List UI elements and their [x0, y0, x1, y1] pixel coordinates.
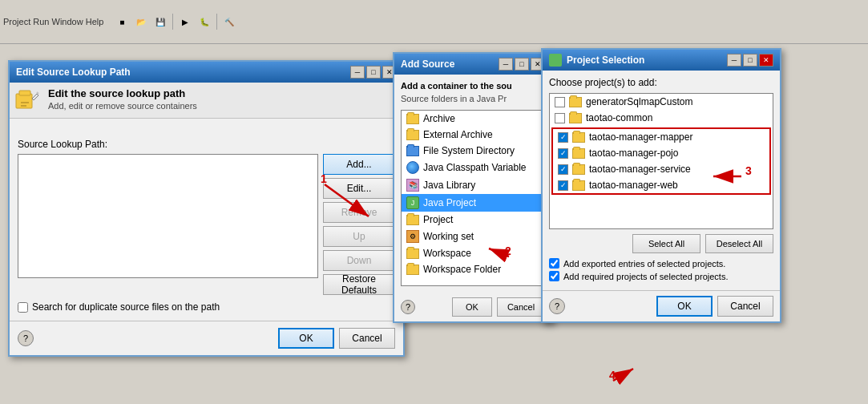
manager-service-checkbox[interactable]: ✓ [558, 164, 568, 175]
java-project-icon: J [406, 196, 419, 209]
source-item-external-archive[interactable]: External Archive [402, 127, 544, 143]
working-set-label: Working set [423, 231, 474, 242]
add-button[interactable]: Add... [323, 154, 395, 175]
remove-button[interactable]: Remove [323, 202, 395, 223]
toolbar-debug[interactable]: 🐛 [196, 13, 213, 30]
up-button[interactable]: Up [323, 226, 395, 247]
separator [172, 14, 173, 30]
workspace-folder-label: Workspace Folder [423, 264, 501, 275]
source-item-workspace-folder[interactable]: Workspace Folder [402, 261, 544, 277]
add-source-ok-button[interactable]: OK [452, 297, 492, 317]
add-exported-checkbox[interactable] [549, 258, 559, 269]
project-minimize-btn[interactable]: ─ [727, 54, 741, 67]
manager-mapper-checkbox[interactable]: ✓ [558, 132, 568, 143]
generator-label: generatorSqlmapCustom [586, 96, 692, 107]
source-item-java-library[interactable]: 📚 Java Library [402, 176, 544, 194]
add-source-list[interactable]: Archive External Archive File System Dir… [401, 110, 545, 286]
source-item-working-set[interactable]: ⚙ Working set [402, 228, 544, 245]
edit-source-cancel-button[interactable]: Cancel [339, 328, 395, 349]
add-source-maximize[interactable]: □ [515, 58, 529, 71]
maximize-btn[interactable]: □ [366, 66, 381, 79]
titlebar-controls: ─ □ ✕ [350, 66, 397, 79]
project-item-manager-mapper[interactable]: ✓ taotao-manager-mapper [553, 129, 769, 145]
edit-source-titlebar: Edit Source Lookup Path ─ □ ✕ [10, 62, 403, 83]
toolbar-run[interactable]: ▶ [176, 13, 194, 30]
add-source-sub: Source folders in a Java Pr [401, 94, 545, 103]
add-source-titlebar: Add Source ─ □ ✕ [394, 54, 551, 75]
project-item-taotao-common[interactable]: taotao-common [550, 110, 773, 126]
source-item-project[interactable]: Project [402, 212, 544, 228]
svg-rect-3 [21, 105, 26, 107]
highlighted-projects-group: ✓ taotao-manager-mapper ✓ taotao-manager… [551, 127, 771, 195]
project-body: Choose project(s) to add: generatorSqlma… [543, 71, 780, 290]
edit-source-ok-button[interactable]: OK [278, 328, 334, 349]
project-selection-controls: ─ □ ✕ [727, 54, 773, 67]
manager-pojo-checkbox[interactable]: ✓ [558, 148, 568, 159]
source-lookup-container: Add... Edit... Remove Up Down Restore De… [18, 154, 395, 295]
source-item-archive[interactable]: Archive [402, 111, 544, 127]
source-item-java-project[interactable]: J Java Project [402, 194, 544, 212]
project-maximize-btn[interactable]: □ [743, 54, 757, 67]
project-list[interactable]: generatorSqlmapCustom taotao-common ✓ ta… [549, 93, 773, 229]
svg-rect-2 [21, 102, 29, 103]
java-library-label: Java Library [423, 180, 475, 191]
add-exported-label: Add exported entries of selected project… [563, 259, 725, 269]
edit-source-dialog: Edit Source Lookup Path ─ □ ✕ Edit the [8, 60, 405, 357]
restore-button[interactable]: Restore Defaults [323, 274, 395, 295]
manager-mapper-icon [572, 132, 585, 143]
edit-source-heading: Edit the source lookup path [48, 87, 197, 99]
toolbar-build[interactable]: 🔨 [220, 13, 238, 30]
minimize-btn[interactable]: ─ [350, 66, 365, 79]
project-item-manager-service[interactable]: ✓ taotao-manager-service [553, 161, 769, 177]
manager-pojo-label: taotao-manager-pojo [589, 147, 678, 159]
search-duplicate-row: Search for duplicate source files on the… [18, 301, 395, 313]
search-duplicate-checkbox[interactable] [18, 302, 28, 313]
source-buttons: Add... Edit... Remove Up Down Restore De… [323, 154, 395, 295]
manager-service-icon [572, 164, 585, 175]
help-button[interactable]: ? [18, 330, 34, 346]
external-archive-label: External Archive [423, 129, 493, 140]
project-selection-titlebar: Project Selection ─ □ ✕ [543, 50, 780, 71]
project-cancel-button[interactable]: Cancel [717, 296, 773, 317]
taotao-common-label: taotao-common [586, 112, 652, 123]
add-source-minimize[interactable]: ─ [499, 58, 513, 71]
add-source-desc: Add a container to the sou [401, 81, 545, 91]
add-source-help-btn[interactable]: ? [401, 300, 415, 314]
edit-source-icon [14, 87, 40, 113]
edit-source-header: Edit the source lookup path Add, edit or… [10, 83, 403, 119]
select-all-button[interactable]: Select All [632, 234, 700, 253]
edit-source-header-text: Edit the source lookup path Add, edit or… [48, 87, 197, 111]
manager-web-checkbox[interactable]: ✓ [558, 180, 568, 191]
source-item-file-system[interactable]: File System Directory [402, 143, 544, 159]
toolbar-open[interactable]: 📂 [132, 13, 150, 30]
step-4-label: 4 [609, 369, 616, 382]
source-item-classpath-var[interactable]: Java Classpath Variable [402, 159, 544, 176]
project-footer: ? OK Cancel [543, 290, 780, 321]
project-item-manager-pojo[interactable]: ✓ taotao-manager-pojo [553, 145, 769, 161]
add-source-cancel-button[interactable]: Cancel [497, 297, 545, 317]
project-item-generator[interactable]: generatorSqlmapCustom [550, 94, 773, 110]
source-item-workspace[interactable]: Workspace [402, 245, 544, 261]
project-selection-dialog: Project Selection ─ □ ✕ Choose project(s… [541, 48, 781, 323]
edit-source-footer: ? OK Cancel [10, 321, 403, 355]
generator-checkbox[interactable] [555, 97, 565, 107]
toolbar-new[interactable]: ■ [113, 13, 131, 30]
deselect-all-button[interactable]: Deselect All [705, 234, 773, 253]
project-help-btn[interactable]: ? [549, 298, 565, 314]
classpath-var-label: Java Classpath Variable [423, 162, 527, 173]
down-button[interactable]: Down [323, 250, 395, 271]
project-selection-title: Project Selection [567, 55, 644, 66]
project-item-manager-web[interactable]: ✓ taotao-manager-web [553, 177, 769, 193]
source-list-box[interactable] [18, 154, 318, 278]
add-required-checkbox[interactable] [549, 271, 559, 281]
add-source-body: Add a container to the sou Source folder… [394, 75, 551, 293]
project-dialog-icon [549, 54, 562, 67]
edit-button[interactable]: Edit... [323, 178, 395, 199]
toolbar-save[interactable]: 💾 [151, 13, 169, 30]
taotao-common-checkbox[interactable] [555, 113, 565, 123]
search-duplicate-label: Search for duplicate source files on the… [32, 301, 220, 313]
add-source-controls: ─ □ ✕ [499, 58, 545, 71]
workspace-folder-icon2 [406, 265, 419, 275]
project-close-btn[interactable]: ✕ [759, 54, 773, 67]
project-ok-button[interactable]: OK [656, 296, 713, 317]
